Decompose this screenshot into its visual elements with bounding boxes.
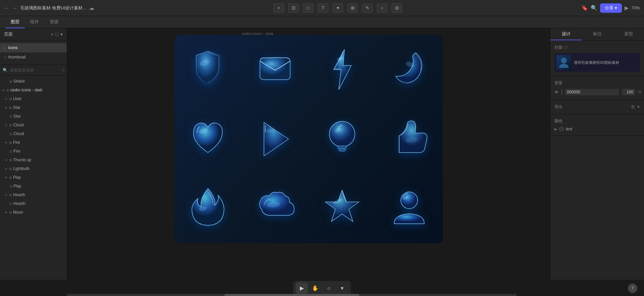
- left-panel: 页面 + □ ▾ □ icons □ thumbnail 🔍 ≡: [0, 28, 67, 280]
- icon-cell-user[interactable]: [376, 174, 443, 243]
- layer-play-group[interactable]: ▾ ⊞ Play: [0, 173, 67, 182]
- sort-icon[interactable]: ≡: [62, 68, 64, 73]
- icon-cell-play[interactable]: [241, 104, 308, 174]
- color-item-text[interactable]: ▶ text: [554, 127, 640, 131]
- pages-header: 页面 + □ ▾: [0, 28, 67, 40]
- canvas-area: cedro icons - dark: [67, 28, 550, 280]
- layer-star[interactable]: ⊟ Star: [0, 112, 67, 121]
- layer-play[interactable]: ⊟ Play: [0, 182, 67, 191]
- shape-tool[interactable]: □: [303, 3, 314, 13]
- frame-tool[interactable]: ⊡: [288, 3, 299, 13]
- cursor-tool[interactable]: ▶: [296, 282, 308, 294]
- folder-icon[interactable]: □: [56, 32, 58, 37]
- comment-tool[interactable]: ○: [323, 282, 335, 294]
- mask-tool[interactable]: ⊞: [347, 3, 358, 13]
- icon-cell-thumbup[interactable]: [376, 104, 443, 174]
- group-icon: ⊞: [9, 97, 12, 101]
- icon-cell-lightbulb[interactable]: [309, 104, 376, 174]
- icon-cell-cloud[interactable]: [241, 174, 308, 243]
- play-icon[interactable]: ▶: [625, 5, 629, 11]
- forward-icon[interactable]: →: [12, 5, 17, 11]
- tab-assets[interactable]: 资源: [44, 16, 64, 28]
- color-label-text: text: [566, 127, 572, 131]
- layer-cedro-group[interactable]: ▾ ⊞ cedro icons - dark: [0, 86, 67, 94]
- vector-tool[interactable]: ✎: [362, 3, 373, 13]
- info-icon[interactable]: ⓘ: [564, 45, 568, 50]
- add-page-icon[interactable]: +: [51, 32, 53, 37]
- layer-search-input[interactable]: [10, 68, 60, 73]
- layer-shield[interactable]: ⊞ Shield: [0, 77, 67, 86]
- circle-tool[interactable]: ○: [377, 3, 387, 13]
- layer-thumbup[interactable]: ▾ ⊞ Thumb up: [0, 156, 67, 164]
- component-icon: ⊟: [9, 150, 12, 153]
- cover-title: 封面 ⓘ: [554, 45, 640, 50]
- visibility-icon[interactable]: 👁: [554, 90, 559, 95]
- icon-cell-star[interactable]: [309, 174, 376, 243]
- layer-fire-group[interactable]: ▾ ⊞ Fire: [0, 138, 67, 147]
- group-icon: ⊞: [9, 211, 12, 214]
- right-tab-design[interactable]: 设计: [550, 28, 582, 40]
- layer-hearth-group[interactable]: ▾ ⊞ Hearth: [0, 191, 67, 199]
- group-icon: ⊞: [6, 88, 9, 92]
- tab-layers[interactable]: 图层: [5, 16, 25, 28]
- bottom-bar: ▶ ✋ ○ ▾ ?: [0, 280, 644, 296]
- more-icon[interactable]: ▾: [60, 32, 63, 37]
- bg-opacity-input[interactable]: [622, 89, 635, 95]
- layer-star-group[interactable]: ▾ ⊞ Star: [0, 103, 67, 112]
- icon-cell-moon[interactable]: [376, 35, 443, 104]
- layer-moon[interactable]: ▾ ⊞ Moon: [0, 208, 67, 217]
- bg-title-label: 背景: [554, 80, 562, 86]
- layer-fire[interactable]: ⊟ Fire: [0, 147, 67, 156]
- layer-hearth[interactable]: ⊟ Hearth: [0, 199, 67, 208]
- share-button[interactable]: 分享 ▾: [600, 3, 622, 13]
- right-tab-prototype[interactable]: 原型: [613, 28, 644, 40]
- group-icon: ⊞: [9, 167, 12, 171]
- color-expand-icon[interactable]: ▶: [554, 127, 557, 131]
- add-tool[interactable]: +: [273, 3, 284, 13]
- tab-components[interactable]: 组件: [25, 16, 44, 28]
- zoom-level[interactable]: 70%: [631, 5, 640, 10]
- background-section: 背景 👁 %: [550, 76, 644, 100]
- page-item-thumbnail[interactable]: □ thumbnail: [0, 52, 67, 62]
- icon-cell-heart[interactable]: [174, 104, 241, 174]
- text-tool[interactable]: T: [318, 3, 328, 13]
- help-button[interactable]: ?: [628, 284, 637, 293]
- cover-preview[interactable]: 透明毛玻璃透明3D图标素材: [554, 53, 640, 72]
- crop-tool[interactable]: ⊟: [391, 3, 402, 13]
- bg-hex-input[interactable]: [565, 89, 619, 95]
- layer-user[interactable]: ▾ ⊞ User: [0, 94, 67, 103]
- search-icon[interactable]: 🔍: [591, 5, 597, 11]
- component-icon: ⊟: [9, 115, 12, 118]
- export-title: 导出: [554, 104, 562, 110]
- layer-lightbulb[interactable]: ▾ ⊞ Lightbulb: [0, 164, 67, 173]
- bg-color-swatch[interactable]: [561, 89, 562, 95]
- export-add-icon[interactable]: +: [637, 104, 640, 110]
- bg-row: 👁 %: [554, 89, 640, 95]
- pages-list: □ icons □ thumbnail: [0, 40, 67, 65]
- icon-cell-mail[interactable]: [241, 35, 308, 104]
- pen-tool[interactable]: ✦: [332, 3, 343, 13]
- layer-search-row: 🔍 ≡: [0, 65, 67, 76]
- colors-section: 颜色 ▶ text: [550, 114, 644, 136]
- svg-rect-9: [339, 149, 345, 151]
- right-tab-annotation[interactable]: 标注: [582, 28, 613, 40]
- icon-cell-fire[interactable]: [174, 174, 241, 243]
- page-icon: □: [4, 55, 6, 59]
- cover-section: 封面 ⓘ: [550, 41, 644, 76]
- component-icon: ⊞: [9, 80, 12, 83]
- icon-cell-shield[interactable]: [174, 35, 241, 104]
- back-icon[interactable]: ←: [4, 5, 9, 11]
- pages-title: 页面: [4, 31, 13, 37]
- group-icon: ⊞: [9, 106, 12, 110]
- page-item-icons[interactable]: □ icons: [0, 43, 67, 52]
- scrollbar-track[interactable]: [67, 294, 517, 296]
- hand-tool[interactable]: ✋: [309, 282, 321, 294]
- bookmark-icon[interactable]: 🔖: [581, 5, 588, 11]
- main-layout: 页面 + □ ▾ □ icons □ thumbnail 🔍 ≡: [0, 28, 644, 280]
- expand-icon: ▾: [5, 97, 7, 101]
- layer-cloud-group[interactable]: ▾ ⊞ Cloud: [0, 121, 67, 129]
- more-tools[interactable]: ▾: [336, 282, 348, 294]
- icon-cell-lightning[interactable]: [309, 35, 376, 104]
- export-copy-icon[interactable]: ⎘: [632, 104, 634, 110]
- layer-cloud[interactable]: ⊟ Cloud: [0, 129, 67, 138]
